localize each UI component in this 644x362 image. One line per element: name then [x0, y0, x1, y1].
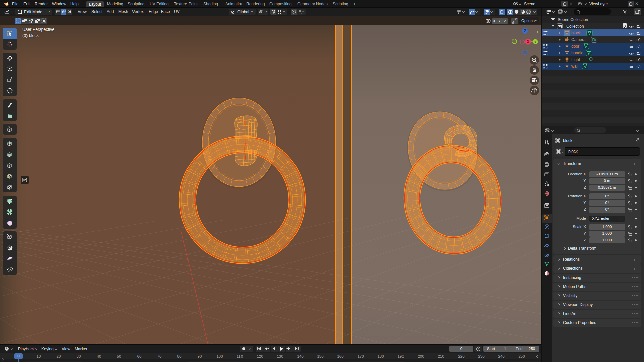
svg-text:Y: Y: [534, 40, 537, 44]
svg-text:Z: Z: [524, 29, 526, 33]
svg-text:X: X: [527, 40, 529, 44]
